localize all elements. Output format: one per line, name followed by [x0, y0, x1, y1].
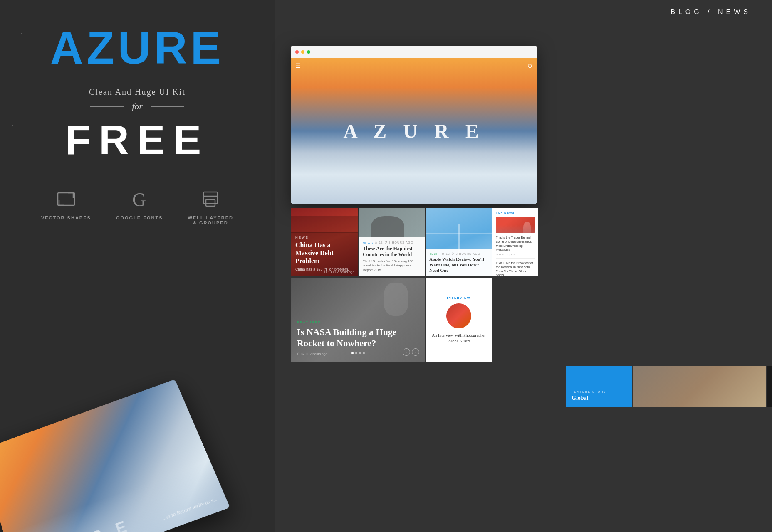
for-line: for: [90, 101, 184, 112]
card-nasa[interactable]: FEATURED Is NASA Building a Huge Rocket …: [291, 278, 425, 362]
nasa-badge: FEATURED: [297, 320, 419, 324]
for-label: for: [132, 101, 143, 112]
happy-card-desc: The U.S. ranks No. 15 among 158 countrie…: [363, 259, 421, 272]
azure-logo: AZURE: [50, 25, 225, 71]
bridge-card-title: Apple Watch Review: You'll Want One, but…: [429, 256, 488, 273]
china-news-badge: NEWS: [295, 236, 354, 239]
card-china[interactable]: NEWS China Has a Massive Debt Problem Ch…: [291, 208, 358, 276]
carousel-dots: [351, 352, 365, 354]
divider-right: [151, 106, 184, 107]
layered-label: WELL LAYERED & GROUPED: [188, 215, 233, 225]
feature-layered: WELL LAYERED & GROUPED: [188, 189, 233, 225]
happy-card-content: NEWS ⊙ 13 ⏱ 3 hours ago These Are the Ha…: [359, 237, 425, 276]
top-news-item-1: If You Like the Breakfast at the Nationa…: [496, 261, 535, 276]
browser-dot-green: [307, 50, 310, 54]
next-arrow[interactable]: ›: [412, 348, 419, 356]
browser-nav-icon: ☰: [295, 62, 301, 69]
svg-rect-0: [58, 193, 74, 205]
left-panel: AZURE Clean And Huge UI Kit for FREE VEC…: [0, 0, 275, 532]
bottom-section: FEATURE STORY Global QUOTE: [566, 366, 772, 407]
nasa-title: Is NASA Building a Huge Rocket to Nowher…: [297, 327, 419, 349]
card-interview[interactable]: INTERVIEW An Interview with Photographer…: [426, 278, 492, 362]
card-feature-story[interactable]: FEATURE STORY Global: [566, 366, 632, 407]
dot-3: [359, 352, 361, 354]
expand-icon: [56, 189, 77, 209]
svg-text:G: G: [132, 189, 146, 209]
prev-arrow[interactable]: ‹: [403, 348, 410, 356]
happy-card-title: These Are the Happiest Countries in the …: [363, 246, 421, 258]
divider-left: [90, 106, 124, 107]
interview-title: An Interview with Photographer Joanna Ku…: [432, 332, 486, 344]
blog-news-header: BLOG / NEWS: [671, 8, 751, 16]
card-bridge[interactable]: TECH ⊙ 12 ⏱ 3 hours ago Apple Watch Revi…: [426, 208, 492, 276]
google-icon: G: [129, 189, 150, 209]
right-panel: BLOG / NEWS ☰ ⊕ A Z U R E NEWS China Has…: [275, 0, 772, 532]
google-label: GOOGLE FONTS: [116, 215, 163, 220]
top-news-label: TOP NEWS: [496, 211, 535, 214]
bridge-tech-badge: TECH ⊙ 12 ⏱ 3 hours ago: [429, 252, 488, 256]
dot-2: [355, 352, 357, 354]
features-row: VECTOR SHAPES G GOOGLE FONTS WELL LAYERE…: [41, 189, 233, 225]
top-news-main-meta: ⊙ 12 Apr 25, 2015: [496, 253, 535, 256]
browser-search-icon: ⊕: [527, 62, 532, 69]
happy-news-badge: NEWS ⊙ 13 ⏱ 3 hours ago: [363, 241, 421, 244]
feature-vector: VECTOR SHAPES: [41, 189, 91, 220]
dot-4: [363, 352, 365, 354]
free-label: FREE: [65, 116, 210, 164]
top-news-image: [496, 217, 535, 233]
top-cards-row: NEWS China Has a Massive Debt Problem Ch…: [291, 208, 538, 276]
svg-rect-4: [206, 200, 215, 206]
bottom-cards-row: FEATURED Is NASA Building a Huge Rocket …: [291, 278, 492, 362]
layers-icon: [200, 189, 221, 209]
device-preview: A Z U R E ...et to Return iority as s...: [0, 379, 230, 532]
bridge-card-content: TECH ⊙ 12 ⏱ 3 hours ago Apple Watch Revi…: [426, 249, 492, 276]
tagline: Clean And Huge UI Kit: [89, 87, 186, 97]
browser-hero: ☰ ⊕ A Z U R E: [291, 58, 537, 204]
china-card-content: NEWS China Has a Massive Debt Problem Ch…: [291, 232, 358, 276]
card-quote[interactable]: QUOTE: [767, 366, 772, 407]
browser-azure-text: A Z U R E: [343, 120, 484, 143]
browser-dot-yellow: [301, 50, 304, 54]
nasa-nav: ‹ ›: [403, 348, 419, 356]
feature-story-title: Global: [572, 395, 626, 401]
browser-bar: [291, 46, 537, 58]
china-card-footer: ⊙ 13 ⏱ 2 hours ago: [324, 270, 354, 274]
dot-1: [351, 352, 354, 354]
top-news-main-title: This Is the Trader Behind Some of Deutsc…: [496, 236, 535, 252]
card-top-news[interactable]: TOP NEWS This Is the Trader Behind Some …: [492, 208, 538, 276]
feature-google: G GOOGLE FONTS: [116, 189, 163, 220]
browser-dot-red: [295, 50, 299, 54]
interview-avatar: [446, 303, 471, 328]
china-card-title: China Has a Massive Debt Problem: [295, 241, 354, 265]
feature-story-badge: FEATURE STORY: [572, 390, 626, 393]
top-news-main: This Is the Trader Behind Some of Deutsc…: [496, 236, 535, 259]
browser-mockup: ☰ ⊕ A Z U R E: [291, 46, 537, 204]
card-city[interactable]: [633, 366, 766, 407]
card-happy[interactable]: NEWS ⊙ 13 ⏱ 3 hours ago These Are the Ha…: [359, 208, 425, 276]
vector-label: VECTOR SHAPES: [41, 215, 91, 220]
interview-badge: INTERVIEW: [447, 296, 471, 299]
